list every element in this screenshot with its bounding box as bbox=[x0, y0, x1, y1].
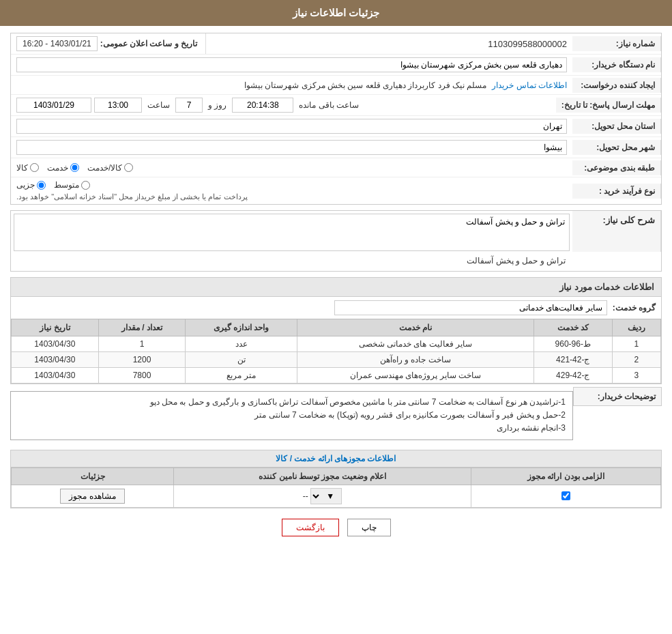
permits-required-checkbox[interactable] bbox=[561, 491, 570, 500]
view-permit-button[interactable]: مشاهده مجوز bbox=[60, 489, 124, 504]
permits-title: اطلاعات مجوزهای ارائه خدمت / کالا bbox=[11, 450, 661, 467]
table-row: 1 ط-96-960 سایر فعالیت های خدماتی شخصی ع… bbox=[12, 336, 661, 352]
permits-section: اطلاعات مجوزهای ارائه خدمت / کالا الزامی… bbox=[10, 450, 662, 508]
need-desc-value: تراش و حمل و پخش آسفالت bbox=[11, 211, 572, 271]
category-goods-radio[interactable] bbox=[30, 163, 39, 172]
purchase-type-value: متوسط جزیی پرداخت تمام یا بخشی از مبلغ خ… bbox=[11, 177, 572, 204]
category-label: طبقه بندی موضوعی: bbox=[572, 160, 661, 175]
purchase-partial-item: جزیی bbox=[16, 180, 46, 190]
purchase-partial-label: جزیی bbox=[16, 180, 35, 190]
group-service-container: گروه خدمت: ردیف کد خدمت نام خدمت واحد ان… bbox=[10, 297, 662, 384]
deadline-label: مهلت ارسال پاسخ: تا تاریخ: bbox=[556, 98, 661, 113]
print-button[interactable]: چاپ bbox=[347, 519, 391, 536]
permits-col-required: الزامی بودن ارائه مجوز bbox=[471, 467, 660, 485]
category-radio-group: کالا/خدمت خدمت کالا bbox=[16, 163, 567, 173]
group-service-row: گروه خدمت: bbox=[11, 297, 661, 319]
purchase-medium-item: متوسط bbox=[54, 180, 90, 190]
cell-date: 1403/04/30 bbox=[12, 352, 99, 368]
city-input[interactable] bbox=[16, 140, 567, 155]
cell-name: ساخت جاده و راه‌آهن bbox=[297, 352, 534, 368]
note-line-2: 2-حمل و پخش فیر و آسفالت بصورت مکانیزه ب… bbox=[18, 409, 566, 422]
buyer-notes-label: توضیحات خریدار: bbox=[573, 387, 662, 406]
need-number-text: 1103099588000002 bbox=[488, 39, 567, 49]
need-description-section: شرح کلی نیاز: تراش و حمل و پخش آسفالت bbox=[10, 210, 662, 272]
category-both-label: کالا/خدمت bbox=[87, 163, 122, 173]
buyer-notes-content: 1-تراشیدن هر نوع آسفالت به ضخامت 7 سانتی… bbox=[10, 391, 573, 440]
cell-qty: 1 bbox=[98, 336, 186, 352]
cell-row: 1 bbox=[612, 336, 660, 352]
page-container: جزئیات اطلاعات نیاز شماره نیاز: 11030995… bbox=[0, 0, 672, 634]
cell-name: سایر فعالیت های خدماتی شخصی bbox=[297, 336, 534, 352]
province-input[interactable] bbox=[16, 119, 567, 134]
buyer-notes-section: توضیحات خریدار: 1-تراشیدن هر نوع آسفالت … bbox=[10, 387, 662, 444]
time-input[interactable] bbox=[94, 98, 142, 113]
table-row: 3 ج-42-429 ساخت سایر پروژه‌های مهندسی عم… bbox=[12, 368, 661, 384]
remaining-input[interactable] bbox=[232, 98, 293, 113]
announce-label: تاریخ و ساعت اعلان عمومی: bbox=[98, 39, 200, 48]
col-code: کد خدمت bbox=[534, 319, 612, 336]
buyer-org-value bbox=[11, 55, 572, 75]
permits-status-select[interactable]: ▼ bbox=[310, 488, 342, 504]
cell-code: ط-96-960 bbox=[534, 336, 612, 352]
need-number-value: 1103099588000002 bbox=[206, 36, 572, 52]
need-desc-label: شرح کلی نیاز: bbox=[572, 211, 661, 252]
purchase-medium-label: متوسط bbox=[54, 180, 79, 190]
category-service-radio[interactable] bbox=[70, 163, 79, 172]
col-name: نام خدمت bbox=[297, 319, 534, 336]
purchase-medium-radio[interactable] bbox=[81, 181, 90, 190]
cell-unit: عدد bbox=[186, 336, 297, 352]
time-label: ساعت bbox=[147, 100, 170, 110]
deadline-value: ساعت باقی مانده روز و ساعت bbox=[11, 95, 556, 115]
permits-table: الزامی بودن ارائه مجوز اعلام وضعیت مجوز … bbox=[11, 467, 661, 508]
category-both-radio[interactable] bbox=[124, 163, 133, 172]
cell-row: 3 bbox=[612, 368, 660, 384]
need-desc-text: تراش و حمل و پخش آسفالت bbox=[14, 253, 570, 268]
permits-status-cell: ▼ -- bbox=[174, 485, 471, 507]
cell-qty: 7800 bbox=[98, 368, 186, 384]
contact-link[interactable]: اطلاعات تماس خریدار bbox=[492, 81, 567, 90]
category-service-label: خدمت bbox=[47, 163, 68, 173]
creator-row: ایجاد کننده درخواست: اطلاعات تماس خریدار… bbox=[11, 76, 661, 95]
buyer-org-row: نام دستگاه خریدار: bbox=[11, 55, 661, 76]
days-label: روز و bbox=[208, 100, 227, 110]
need-desc-textarea[interactable] bbox=[14, 214, 570, 251]
group-label: گروه خدمت: bbox=[613, 303, 656, 313]
purchase-radio-group: متوسط جزیی bbox=[16, 180, 90, 190]
services-section-title: اطلاعات خدمات مورد نیاز bbox=[10, 277, 662, 297]
category-goods-item: کالا bbox=[16, 163, 39, 173]
date-input[interactable] bbox=[16, 98, 91, 113]
category-goods-label: کالا bbox=[16, 163, 28, 173]
cell-unit: متر مربع bbox=[186, 368, 297, 384]
purchase-type-label: نوع فرآیند خرید : bbox=[572, 184, 661, 199]
col-unit: واحد اندازه گیری bbox=[186, 319, 297, 336]
creator-value: اطلاعات تماس خریدار مسلم نیک فرد کاربردا… bbox=[11, 78, 572, 93]
category-row: طبقه بندی موضوعی: کالا/خدمت خدمت bbox=[11, 158, 661, 177]
permits-checkbox-container bbox=[477, 491, 655, 500]
cell-unit: تن bbox=[186, 352, 297, 368]
page-title: جزئیات اطلاعات نیاز bbox=[293, 7, 379, 18]
permits-details-cell: مشاهده مجوز bbox=[12, 485, 174, 507]
province-value bbox=[11, 116, 572, 136]
table-row: 2 ج-42-421 ساخت جاده و راه‌آهن تن 1200 1… bbox=[12, 352, 661, 368]
permits-status-dash: -- bbox=[303, 491, 308, 501]
group-value-input[interactable] bbox=[334, 300, 607, 315]
province-label: استان محل تحویل: bbox=[572, 119, 661, 134]
cell-date: 1403/04/30 bbox=[12, 336, 99, 352]
buyer-org-input[interactable] bbox=[16, 57, 567, 72]
permits-col-status: اعلام وضعیت مجوز توسط نامین کننده bbox=[174, 467, 471, 485]
permits-required-cell bbox=[471, 485, 660, 507]
creator-text: مسلم نیک فرد کاربرداز دهیاری قلعه سین بخ… bbox=[16, 81, 486, 90]
category-service-item: خدمت bbox=[47, 163, 79, 173]
cell-name: ساخت سایر پروژه‌های مهندسی عمران bbox=[297, 368, 534, 384]
cell-date: 1403/04/30 bbox=[12, 368, 99, 384]
purchase-type-row: نوع فرآیند خرید : متوسط جزیی bbox=[11, 177, 661, 204]
purchase-partial-radio[interactable] bbox=[37, 181, 46, 190]
content-area: شماره نیاز: 1103099588000002 تاریخ و ساع… bbox=[0, 26, 672, 553]
col-date: تاریخ نیاز bbox=[12, 319, 99, 336]
back-button[interactable]: بازگشت bbox=[282, 519, 339, 536]
services-table: ردیف کد خدمت نام خدمت واحد اندازه گیری ت… bbox=[11, 319, 661, 384]
permits-row: ▼ -- مشاهده مجوز bbox=[12, 485, 661, 507]
cell-qty: 1200 bbox=[98, 352, 186, 368]
deadline-row: مهلت ارسال پاسخ: تا تاریخ: ساعت باقی مان… bbox=[11, 95, 661, 116]
days-input[interactable] bbox=[175, 98, 203, 113]
